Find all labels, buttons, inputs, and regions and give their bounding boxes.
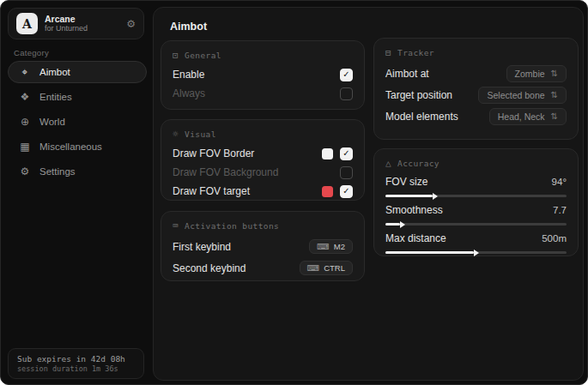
check-icon: ✓: [342, 70, 349, 79]
main-panel: Aimbot ⊡ General Enable ✓ Always ✓: [153, 7, 584, 381]
accuracy-card: △ Accuracy FOV size 94° Smoothness 7.7: [373, 148, 579, 256]
subscription-card: Sub expires in 42d 08h session duration …: [8, 348, 144, 379]
keyboard-icon: ⌨: [317, 242, 329, 251]
dropdown-value: Zombie: [515, 69, 545, 79]
dropdown-value: Head, Neck: [498, 111, 545, 122]
dropdown-value: Selected bone: [487, 90, 544, 100]
slider-group-fov-size: FOV size 94°: [385, 175, 567, 197]
setting-label: Second keybind: [173, 262, 246, 274]
slider-label: Max distance: [385, 232, 446, 244]
general-icon: ⊡: [173, 50, 179, 61]
app-logo: A: [16, 13, 38, 34]
slider-fov-size[interactable]: [385, 195, 567, 197]
tracker-icon: ⊟: [385, 47, 391, 58]
chevron-up-down-icon: ⇅: [551, 69, 558, 78]
slider-label: Smoothness: [385, 204, 443, 216]
setting-label: Aimbot at: [385, 68, 429, 80]
check-icon: ✓: [342, 149, 349, 158]
aimbot-icon: ⌖: [19, 66, 31, 78]
accuracy-icon: △: [385, 158, 391, 169]
setting-label: First keybind: [173, 241, 231, 253]
setting-label: Draw FOV Border: [173, 147, 254, 159]
app-name: Arcane: [45, 14, 88, 24]
sidebar-nav: ⌖ Aimbot ❖ Entities ⊕ World ▦ Miscellane…: [8, 61, 147, 183]
checkbox-fov-background[interactable]: ✓: [340, 166, 353, 179]
sidebar-item-settings[interactable]: ⚙ Settings: [8, 160, 147, 183]
keybind-button-first[interactable]: ⌨ M2: [309, 239, 353, 254]
keybind-value: CTRL: [324, 263, 345, 273]
slider-thumb[interactable]: [385, 223, 400, 226]
chevron-up-down-icon: ⇅: [551, 111, 558, 121]
app-subtitle: for Unturned: [45, 24, 88, 33]
slider-smoothness[interactable]: [385, 223, 567, 226]
setting-row-model-elements: Model elements Head, Neck ⇅: [385, 105, 567, 127]
keybind-button-second[interactable]: ⌨ CTRL: [300, 261, 353, 275]
slider-value: 7.7: [553, 205, 567, 215]
dropdown-aimbot-at[interactable]: Zombie ⇅: [506, 65, 567, 82]
settings-icon: ⚙: [19, 165, 31, 177]
setting-label: Target position: [385, 89, 452, 101]
keyboard-icon: ⌨: [173, 220, 179, 232]
color-swatch-fov-target[interactable]: [322, 186, 333, 197]
setting-label: Draw FOV target: [173, 185, 250, 197]
app-window: A Arcane for Unturned ⚙ Category ⌖ Aimbo…: [0, 0, 588, 385]
sidebar-item-aimbot[interactable]: ⌖ Aimbot: [8, 61, 147, 83]
tracker-header: ⊟ Tracker: [385, 47, 567, 58]
activation-header-label: Activation buttons: [185, 221, 279, 231]
slider-thumb[interactable]: [385, 195, 433, 197]
setting-label: Draw FOV Background: [173, 166, 278, 178]
slider-value: 500m: [542, 233, 567, 244]
slider-value: 94°: [552, 177, 567, 187]
check-icon: ✓: [342, 187, 349, 196]
setting-row-enable: Enable ✓: [173, 65, 353, 84]
sidebar-item-world[interactable]: ⊕ World: [8, 111, 147, 133]
visual-card: ☼ Visual Draw FOV Border ✓ Draw FOV Back…: [161, 119, 365, 201]
accuracy-header-label: Accuracy: [397, 159, 439, 168]
setting-row-fov-border: Draw FOV Border ✓: [173, 144, 353, 163]
color-swatch-fov-border[interactable]: [322, 148, 333, 159]
slider-group-max-distance: Max distance 500m: [385, 232, 567, 254]
activation-header: ⌨ Activation buttons: [173, 220, 353, 232]
keybind-value: M2: [334, 242, 345, 251]
visual-header-label: Visual: [185, 129, 216, 139]
sidebar: A Arcane for Unturned ⚙ Category ⌖ Aimbo…: [1, 1, 150, 384]
tracker-card: ⊟ Tracker Aimbot at Zombie ⇅ Target posi…: [373, 38, 579, 140]
keyboard-icon: ⌨: [307, 263, 319, 273]
checkbox-fov-target[interactable]: ✓: [340, 185, 353, 198]
chevron-up-down-icon: ⇅: [551, 90, 558, 99]
sidebar-item-entities[interactable]: ❖ Entities: [8, 86, 147, 108]
slider-thumb[interactable]: [385, 251, 474, 254]
setting-row-target-position: Target position Selected bone ⇅: [385, 84, 567, 105]
sidebar-item-label: Aimbot: [39, 67, 70, 77]
world-icon: ⊕: [19, 116, 31, 128]
category-label: Category: [14, 48, 49, 57]
sidebar-item-label: World: [39, 117, 65, 127]
sidebar-item-label: Settings: [39, 166, 76, 177]
gear-icon[interactable]: ⚙: [126, 18, 136, 30]
dropdown-model-elements[interactable]: Head, Neck ⇅: [489, 108, 567, 125]
general-header: ⊡ General: [173, 50, 353, 61]
dropdown-target-position[interactable]: Selected bone ⇅: [478, 87, 567, 104]
checkbox-fov-border[interactable]: ✓: [340, 147, 353, 160]
accuracy-header: △ Accuracy: [385, 158, 567, 169]
slider-max-distance[interactable]: [385, 251, 567, 254]
visual-icon: ☼: [173, 129, 179, 140]
entities-icon: ❖: [19, 91, 31, 103]
checkbox-enable[interactable]: ✓: [340, 69, 353, 81]
setting-row-first-keybind: First keybind ⌨ M2: [173, 236, 353, 257]
sidebar-item-label: Miscellaneous: [39, 141, 102, 152]
sidebar-item-miscellaneous[interactable]: ▦ Miscellaneous: [8, 135, 147, 158]
visual-header: ☼ Visual: [173, 129, 353, 140]
brand-card: A Arcane for Unturned ⚙: [8, 8, 144, 39]
tracker-header-label: Tracker: [397, 48, 434, 57]
brand-text: Arcane for Unturned: [45, 14, 88, 33]
sidebar-item-label: Entities: [39, 92, 72, 102]
slider-label: FOV size: [385, 176, 427, 188]
setting-label: Enable: [173, 69, 204, 81]
checkbox-always[interactable]: ✓: [340, 87, 353, 100]
setting-label: Model elements: [385, 111, 458, 123]
general-card: ⊡ General Enable ✓ Always ✓: [161, 40, 365, 110]
sub-expiry-text: Sub expires in 42d 08h: [17, 354, 135, 364]
setting-row-always: Always ✓: [173, 84, 353, 103]
activation-card: ⌨ Activation buttons First keybind ⌨ M2 …: [161, 211, 365, 281]
